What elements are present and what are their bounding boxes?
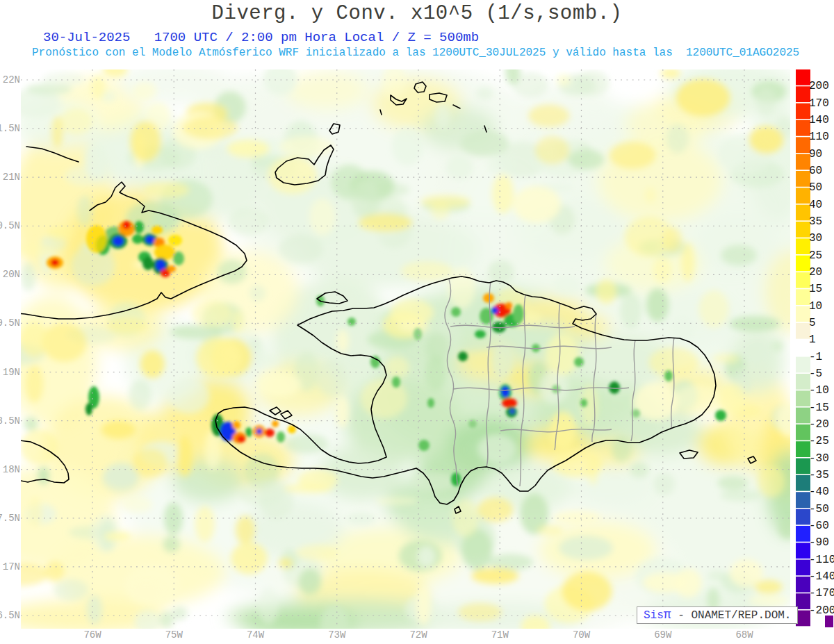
colorbar-segment [796,238,810,254]
colorbar-segment [796,256,810,272]
credit-box: Sisπ - ONAMET/REP.DOM. [637,606,798,624]
colorbar-tick-label: 1 [809,333,816,346]
colorbar-segment [796,408,810,424]
colorbar-segment [796,137,810,153]
colorbar-segment [796,171,810,187]
colorbar-tick-label: 20 [809,266,822,279]
lon-tick-label: 68W [723,629,765,641]
lat-tick-label: 19N [0,367,20,378]
lon-tick-label: 73W [316,629,358,641]
colorbar-tick-label: 30 [809,232,822,245]
colorbar-segment [796,222,810,238]
colorbar-tick-label: 140 [809,114,829,126]
lon-tick-label: 75W [153,629,195,641]
lon-tick-label: 76W [72,629,113,641]
colorbar-segment [796,509,810,525]
colorbar-tick-label: 170 [809,97,829,110]
colorbar-segment [796,323,810,339]
colorbar-tick-label: 5 [809,317,816,329]
colorbar-segment [796,543,810,559]
lat-tick-label: 7.5N [0,513,20,524]
model-run-subtitle: Pronóstico con el Modelo Atmósferico WRF… [32,47,799,59]
colorbar-segment [796,340,810,356]
lon-tick-label: 69W [642,629,684,641]
colorbar-segment [796,441,810,457]
colorbar-segment [796,357,810,373]
lat-tick-label: 22N [0,74,20,85]
colorbar-segment [796,289,810,305]
colorbar-tick-label: -1 [809,351,822,363]
colorbar-tick-label: 110 [809,131,829,143]
pi-logo-glyph: π [664,608,671,622]
colorbar-tick-label: 10 [809,300,822,313]
lat-tick-label: 21N [0,172,20,183]
colorbar-tick-label: -170 [809,587,834,600]
figure-title: Diverg. y Conv. x10^5 (1/s,somb.) [0,2,834,25]
colorbar-tick-label: -40 [809,486,829,498]
colorbar-tick-label: 15 [809,283,822,295]
colorbar-segment [796,424,810,440]
colorbar-segment [796,120,810,136]
colorbar-segment [796,86,810,102]
colorbar-segment [796,459,810,474]
colorbar-tick-label: 50 [809,181,822,194]
lon-tick-label: 72W [398,629,439,641]
colorbar-tick-label: -110 [809,554,834,566]
colorbar-tick-label: 200 [809,80,829,92]
colorbar-tick-label: -30 [809,452,829,465]
colorbar-underflow-swatch [825,616,833,627]
colorbar-tick-label: -90 [809,536,829,549]
colorbar-segment [796,577,810,593]
colorbar-segment [796,188,810,204]
colorbar-segment [796,475,810,491]
colorbar-tick-label: -200 [809,604,834,617]
divergence-field-shading [0,58,834,644]
colorbar-segment [796,104,810,119]
lat-tick-label: 18N [0,464,20,475]
colorbar-segment [796,560,810,576]
colorbar-tick-label: 90 [809,148,822,160]
colorbar-tick-label: 60 [809,165,822,177]
lat-tick-label: 9.5N [0,317,20,329]
weather-map-figure: Diverg. y Conv. x10^5 (1/s,somb.) 30-Jul… [0,0,834,644]
colorbar-tick-label: -50 [809,503,829,515]
colorbar-tick-label: -20 [809,418,829,431]
colorbar-segment [796,69,810,85]
lat-tick-label: 0.5N [0,220,20,231]
colorbar-segment [796,374,810,390]
colorbar-tick-label: -15 [809,402,829,414]
colorbar-tick-label: -25 [809,435,829,447]
lat-tick-label: 8.5N [0,415,20,427]
sispi-brand: Sis [644,609,664,622]
colorbar-tick-label: -60 [809,520,829,532]
colorbar-segment [796,205,810,221]
colorbar-segment [796,492,810,508]
colorbar-segment [796,272,810,288]
lon-tick-label: 71W [479,629,521,641]
lat-tick-label: 17N [0,561,20,572]
lat-tick-label: 1.5N [0,123,20,134]
colorbar-tick-label: -5 [809,368,822,380]
map-canvas [0,0,834,644]
colorbar-segment [796,154,810,170]
valid-time-subtitle: 30-Jul-2025 1700 UTC / 2:00 pm Hora Loca… [43,30,479,45]
lat-tick-label: 6.5N [0,610,20,621]
colorbar-tick-label: 40 [809,199,822,211]
colorbar-tick-label: -35 [809,469,829,481]
colorbar-tick-label: -140 [809,570,834,583]
colorbar-tick-label: 35 [809,215,822,228]
lon-tick-label: 74W [235,629,277,641]
colorbar-segment [796,306,810,322]
lat-tick-label: 20N [0,269,20,280]
colorbar-tick-label: -10 [809,384,829,397]
colorbar-tick-label: 25 [809,249,822,262]
credit-text: - ONAMET/REP.DOM. [671,609,792,622]
colorbar-segment [796,390,810,406]
colorbar-segment [796,526,810,542]
lon-tick-label: 70W [561,629,603,641]
